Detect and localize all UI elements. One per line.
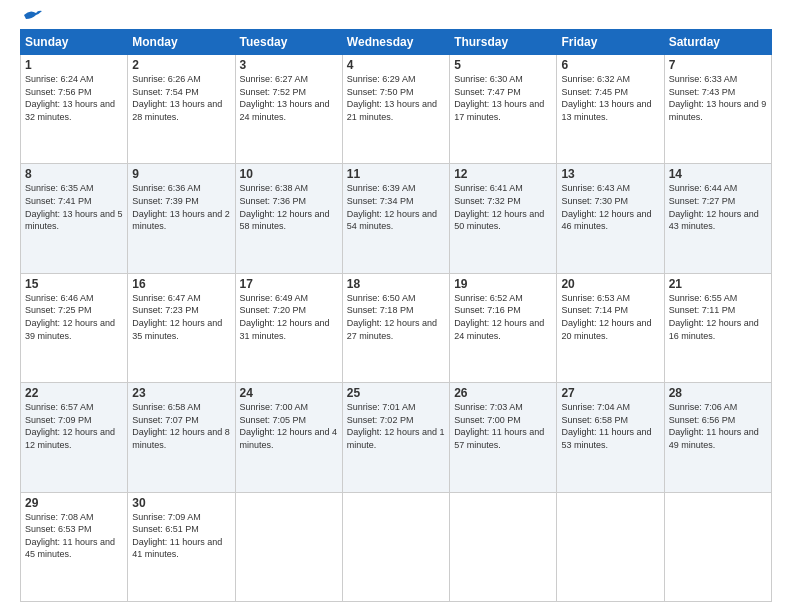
- calendar-day-cell: 29Sunrise: 7:08 AMSunset: 6:53 PMDayligh…: [21, 492, 128, 601]
- calendar-week-row: 29Sunrise: 7:08 AMSunset: 6:53 PMDayligh…: [21, 492, 772, 601]
- calendar-day-cell: 23Sunrise: 6:58 AMSunset: 7:07 PMDayligh…: [128, 383, 235, 492]
- calendar-day-cell: [235, 492, 342, 601]
- calendar-day-cell: 25Sunrise: 7:01 AMSunset: 7:02 PMDayligh…: [342, 383, 449, 492]
- logo-bird-icon: [22, 7, 42, 23]
- calendar-day-cell: 11Sunrise: 6:39 AMSunset: 7:34 PMDayligh…: [342, 164, 449, 273]
- day-info: Sunrise: 6:29 AMSunset: 7:50 PMDaylight:…: [347, 73, 445, 123]
- day-number: 6: [561, 58, 659, 72]
- calendar-week-row: 22Sunrise: 6:57 AMSunset: 7:09 PMDayligh…: [21, 383, 772, 492]
- weekday-header-cell: Sunday: [21, 30, 128, 55]
- calendar-day-cell: 5Sunrise: 6:30 AMSunset: 7:47 PMDaylight…: [450, 55, 557, 164]
- day-info: Sunrise: 7:06 AMSunset: 6:56 PMDaylight:…: [669, 401, 767, 451]
- calendar-day-cell: 6Sunrise: 6:32 AMSunset: 7:45 PMDaylight…: [557, 55, 664, 164]
- day-info: Sunrise: 6:53 AMSunset: 7:14 PMDaylight:…: [561, 292, 659, 342]
- day-number: 3: [240, 58, 338, 72]
- calendar-day-cell: [450, 492, 557, 601]
- day-info: Sunrise: 6:41 AMSunset: 7:32 PMDaylight:…: [454, 182, 552, 232]
- header: [20, 15, 772, 19]
- calendar-week-row: 8Sunrise: 6:35 AMSunset: 7:41 PMDaylight…: [21, 164, 772, 273]
- calendar-week-row: 1Sunrise: 6:24 AMSunset: 7:56 PMDaylight…: [21, 55, 772, 164]
- calendar-day-cell: 24Sunrise: 7:00 AMSunset: 7:05 PMDayligh…: [235, 383, 342, 492]
- day-number: 14: [669, 167, 767, 181]
- calendar-day-cell: [664, 492, 771, 601]
- calendar-day-cell: 27Sunrise: 7:04 AMSunset: 6:58 PMDayligh…: [557, 383, 664, 492]
- weekday-header-cell: Thursday: [450, 30, 557, 55]
- calendar-day-cell: 21Sunrise: 6:55 AMSunset: 7:11 PMDayligh…: [664, 273, 771, 382]
- day-number: 21: [669, 277, 767, 291]
- day-number: 4: [347, 58, 445, 72]
- day-info: Sunrise: 6:58 AMSunset: 7:07 PMDaylight:…: [132, 401, 230, 451]
- day-number: 16: [132, 277, 230, 291]
- day-number: 18: [347, 277, 445, 291]
- day-info: Sunrise: 6:35 AMSunset: 7:41 PMDaylight:…: [25, 182, 123, 232]
- logo: [20, 15, 42, 19]
- calendar-day-cell: 30Sunrise: 7:09 AMSunset: 6:51 PMDayligh…: [128, 492, 235, 601]
- weekday-header-cell: Wednesday: [342, 30, 449, 55]
- calendar-day-cell: 13Sunrise: 6:43 AMSunset: 7:30 PMDayligh…: [557, 164, 664, 273]
- day-info: Sunrise: 6:44 AMSunset: 7:27 PMDaylight:…: [669, 182, 767, 232]
- weekday-header-cell: Tuesday: [235, 30, 342, 55]
- weekday-header-cell: Saturday: [664, 30, 771, 55]
- day-number: 27: [561, 386, 659, 400]
- day-info: Sunrise: 6:36 AMSunset: 7:39 PMDaylight:…: [132, 182, 230, 232]
- day-number: 26: [454, 386, 552, 400]
- calendar-day-cell: 28Sunrise: 7:06 AMSunset: 6:56 PMDayligh…: [664, 383, 771, 492]
- day-info: Sunrise: 6:49 AMSunset: 7:20 PMDaylight:…: [240, 292, 338, 342]
- day-number: 25: [347, 386, 445, 400]
- day-number: 10: [240, 167, 338, 181]
- calendar-day-cell: 20Sunrise: 6:53 AMSunset: 7:14 PMDayligh…: [557, 273, 664, 382]
- calendar-day-cell: 18Sunrise: 6:50 AMSunset: 7:18 PMDayligh…: [342, 273, 449, 382]
- day-number: 29: [25, 496, 123, 510]
- day-info: Sunrise: 6:30 AMSunset: 7:47 PMDaylight:…: [454, 73, 552, 123]
- day-info: Sunrise: 7:09 AMSunset: 6:51 PMDaylight:…: [132, 511, 230, 561]
- weekday-header-cell: Monday: [128, 30, 235, 55]
- day-info: Sunrise: 7:04 AMSunset: 6:58 PMDaylight:…: [561, 401, 659, 451]
- weekday-header-cell: Friday: [557, 30, 664, 55]
- day-number: 1: [25, 58, 123, 72]
- calendar-day-cell: 2Sunrise: 6:26 AMSunset: 7:54 PMDaylight…: [128, 55, 235, 164]
- calendar-table: SundayMondayTuesdayWednesdayThursdayFrid…: [20, 29, 772, 602]
- day-number: 17: [240, 277, 338, 291]
- day-info: Sunrise: 6:26 AMSunset: 7:54 PMDaylight:…: [132, 73, 230, 123]
- day-info: Sunrise: 7:00 AMSunset: 7:05 PMDaylight:…: [240, 401, 338, 451]
- day-number: 11: [347, 167, 445, 181]
- calendar-day-cell: 12Sunrise: 6:41 AMSunset: 7:32 PMDayligh…: [450, 164, 557, 273]
- day-info: Sunrise: 7:03 AMSunset: 7:00 PMDaylight:…: [454, 401, 552, 451]
- day-number: 20: [561, 277, 659, 291]
- calendar-body: 1Sunrise: 6:24 AMSunset: 7:56 PMDaylight…: [21, 55, 772, 602]
- calendar-day-cell: 4Sunrise: 6:29 AMSunset: 7:50 PMDaylight…: [342, 55, 449, 164]
- day-number: 5: [454, 58, 552, 72]
- calendar-day-cell: 8Sunrise: 6:35 AMSunset: 7:41 PMDaylight…: [21, 164, 128, 273]
- day-number: 9: [132, 167, 230, 181]
- day-info: Sunrise: 6:38 AMSunset: 7:36 PMDaylight:…: [240, 182, 338, 232]
- calendar-day-cell: 22Sunrise: 6:57 AMSunset: 7:09 PMDayligh…: [21, 383, 128, 492]
- day-info: Sunrise: 6:55 AMSunset: 7:11 PMDaylight:…: [669, 292, 767, 342]
- calendar-day-cell: 7Sunrise: 6:33 AMSunset: 7:43 PMDaylight…: [664, 55, 771, 164]
- calendar-day-cell: 16Sunrise: 6:47 AMSunset: 7:23 PMDayligh…: [128, 273, 235, 382]
- day-info: Sunrise: 6:46 AMSunset: 7:25 PMDaylight:…: [25, 292, 123, 342]
- day-number: 15: [25, 277, 123, 291]
- calendar-day-cell: 3Sunrise: 6:27 AMSunset: 7:52 PMDaylight…: [235, 55, 342, 164]
- calendar-day-cell: 17Sunrise: 6:49 AMSunset: 7:20 PMDayligh…: [235, 273, 342, 382]
- day-number: 28: [669, 386, 767, 400]
- day-info: Sunrise: 6:33 AMSunset: 7:43 PMDaylight:…: [669, 73, 767, 123]
- day-number: 23: [132, 386, 230, 400]
- calendar-day-cell: 9Sunrise: 6:36 AMSunset: 7:39 PMDaylight…: [128, 164, 235, 273]
- day-info: Sunrise: 6:39 AMSunset: 7:34 PMDaylight:…: [347, 182, 445, 232]
- day-info: Sunrise: 6:52 AMSunset: 7:16 PMDaylight:…: [454, 292, 552, 342]
- day-info: Sunrise: 6:47 AMSunset: 7:23 PMDaylight:…: [132, 292, 230, 342]
- day-info: Sunrise: 7:08 AMSunset: 6:53 PMDaylight:…: [25, 511, 123, 561]
- day-info: Sunrise: 6:57 AMSunset: 7:09 PMDaylight:…: [25, 401, 123, 451]
- day-number: 7: [669, 58, 767, 72]
- day-number: 22: [25, 386, 123, 400]
- day-number: 24: [240, 386, 338, 400]
- day-info: Sunrise: 6:32 AMSunset: 7:45 PMDaylight:…: [561, 73, 659, 123]
- calendar-day-cell: 14Sunrise: 6:44 AMSunset: 7:27 PMDayligh…: [664, 164, 771, 273]
- calendar-day-cell: 1Sunrise: 6:24 AMSunset: 7:56 PMDaylight…: [21, 55, 128, 164]
- calendar-day-cell: 26Sunrise: 7:03 AMSunset: 7:00 PMDayligh…: [450, 383, 557, 492]
- day-number: 19: [454, 277, 552, 291]
- weekday-header-row: SundayMondayTuesdayWednesdayThursdayFrid…: [21, 30, 772, 55]
- calendar-day-cell: 19Sunrise: 6:52 AMSunset: 7:16 PMDayligh…: [450, 273, 557, 382]
- day-number: 8: [25, 167, 123, 181]
- day-info: Sunrise: 6:24 AMSunset: 7:56 PMDaylight:…: [25, 73, 123, 123]
